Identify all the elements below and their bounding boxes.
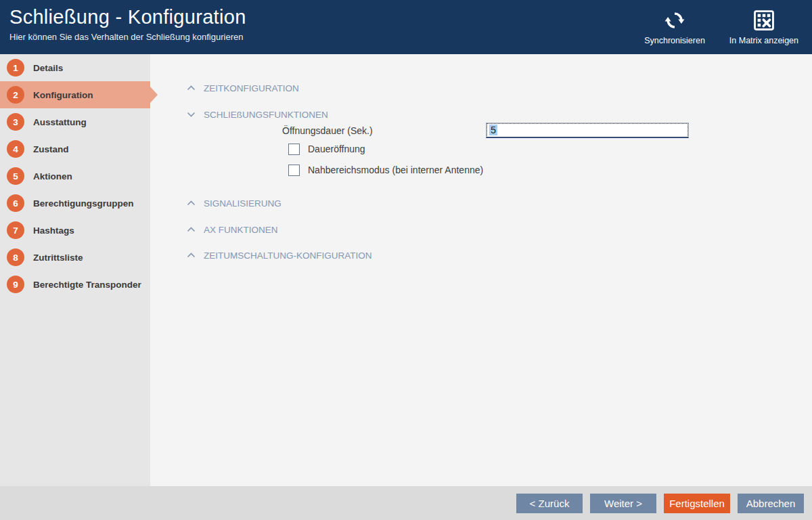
chevron-up-icon (187, 226, 196, 233)
opening-duration-label: Öffnungsdauer (Sek.) (282, 125, 486, 136)
daueroeffnung-checkbox[interactable] (288, 144, 300, 155)
step-number-badge: 3 (7, 113, 24, 131)
sidebar-item-konfiguration[interactable]: 2 Konfiguration (0, 81, 150, 108)
synchronize-label: Synchronisieren (644, 36, 705, 45)
daueroeffnung-row: Daueröffnung (288, 143, 812, 155)
step-number-badge: 7 (7, 221, 24, 239)
header-actions: Synchronisieren In Matrix anzeigen (644, 0, 812, 54)
daueroeffnung-label: Daueröffnung (308, 144, 365, 154)
matrix-icon (752, 9, 775, 32)
wizard-steps-sidebar: 1 Details 2 Konfiguration 3 Ausstattung … (0, 54, 150, 486)
chevron-up-icon (187, 252, 196, 259)
section-ax-funktionen[interactable]: AX FUNKTIONEN (187, 224, 278, 235)
back-button[interactable]: < Zurück (516, 494, 583, 513)
opening-duration-row: Öffnungsdauer (Sek.) 5 (282, 123, 812, 138)
sidebar-item-berechtigte-transponder[interactable]: 9 Berechtigte Transponder (0, 271, 150, 298)
section-zeitumschaltung-konfiguration[interactable]: ZEITUMSCHALTUNG-KONFIGURATION (187, 250, 372, 261)
chevron-down-icon (187, 111, 196, 118)
section-signalisierung[interactable]: SIGNALISIERUNG (187, 198, 281, 209)
step-number-badge: 9 (7, 276, 24, 293)
step-number-badge: 6 (7, 194, 24, 212)
nahbereichsmodus-checkbox[interactable] (288, 165, 300, 176)
header: Schließung - Konfiguration Hier können S… (0, 0, 812, 54)
sidebar-item-berechtigungsgruppen[interactable]: 6 Berechtigungsgruppen (0, 190, 150, 217)
sidebar-item-zutrittsliste[interactable]: 8 Zutrittsliste (0, 244, 150, 271)
nahbereichsmodus-row: Nahbereichsmodus (bei interner Antenne) (288, 164, 812, 176)
sidebar-item-aktionen[interactable]: 5 Aktionen (0, 162, 150, 190)
footer-bar: < Zurück Weiter > Fertigstellen Abbreche… (0, 486, 812, 520)
opening-duration-input[interactable]: 5 (486, 123, 689, 138)
selected-input-text: 5 (489, 125, 497, 135)
cancel-button[interactable]: Abbrechen (738, 494, 804, 513)
step-number-badge: 5 (7, 167, 24, 185)
header-text: Schließung - Konfiguration Hier können S… (0, 0, 246, 54)
nahbereichsmodus-label: Nahbereichsmodus (bei interner Antenne) (308, 165, 483, 175)
section-schliessungsfunktionen[interactable]: SCHLIEßUNGSFUNKTIONEN (187, 109, 328, 120)
section-zeitkonfiguration[interactable]: ZEITKONFIGURATION (187, 83, 299, 93)
sidebar-item-hashtags[interactable]: 7 Hashtags (0, 217, 150, 244)
step-number-badge: 4 (7, 140, 24, 158)
main-content: ZEITKONFIGURATION SCHLIEßUNGSFUNKTIONEN … (150, 54, 812, 486)
sidebar-item-zustand[interactable]: 4 Zustand (0, 135, 150, 162)
page-subtitle: Hier können Sie das Verhalten der Schlie… (9, 32, 246, 42)
next-button[interactable]: Weiter > (590, 494, 656, 513)
page-title: Schließung - Konfiguration (9, 6, 246, 28)
app-window: Schließung - Konfiguration Hier können S… (0, 0, 812, 520)
sidebar-item-ausstattung[interactable]: 3 Ausstattung (0, 108, 150, 135)
show-in-matrix-label: In Matrix anzeigen (729, 36, 798, 45)
step-number-badge: 8 (7, 248, 24, 266)
show-in-matrix-button[interactable]: In Matrix anzeigen (729, 9, 798, 45)
sidebar-item-details[interactable]: 1 Details (0, 54, 150, 81)
chevron-up-icon (187, 85, 196, 91)
chevron-up-icon (187, 200, 196, 207)
step-number-badge: 1 (7, 59, 24, 77)
finish-button[interactable]: Fertigstellen (664, 494, 730, 513)
synchronize-button[interactable]: Synchronisieren (644, 9, 705, 45)
step-number-badge: 2 (7, 86, 24, 104)
sync-icon (663, 9, 686, 32)
